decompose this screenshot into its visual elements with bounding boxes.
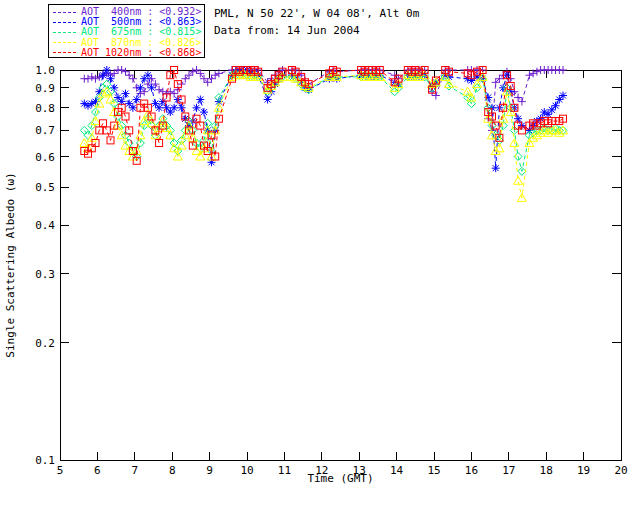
x-tick-label: 11 — [278, 464, 291, 477]
chart: 5678910111213141516171819200.10.20.30.40… — [0, 0, 640, 512]
y-tick-label: 0.9 — [35, 82, 55, 95]
date-title: Data from: 14 Jun 2004 — [214, 22, 419, 39]
x-tick-label: 6 — [94, 464, 101, 477]
x-tick-label: 18 — [540, 464, 553, 477]
y-tick-label: 1.0 — [35, 64, 55, 77]
plot-window: 5678910111213141516171819200.10.20.30.40… — [0, 0, 640, 512]
x-tick-label: 9 — [206, 464, 213, 477]
title-block: PML, N 50 22', W 04 08', Alt 0m Data fro… — [214, 5, 419, 39]
y-tick-label: 0.8 — [35, 102, 55, 115]
x-tick-label: 16 — [465, 464, 478, 477]
y-tick-label: 0.3 — [35, 268, 55, 281]
legend-dash-sample — [53, 52, 76, 53]
x-tick-label: 7 — [131, 464, 138, 477]
x-tick-label: 15 — [427, 464, 440, 477]
y-tick-label: 0.5 — [35, 181, 55, 194]
y-tick-label: 0.1 — [35, 454, 55, 467]
x-tick-label: 5 — [57, 464, 64, 477]
x-tick-label: 19 — [577, 464, 590, 477]
x-axis-label: Time (GMT) — [307, 472, 373, 485]
y-tick-label: 0.7 — [35, 124, 55, 137]
legend-box: AOT 400nm : <0.932>AOT 500nm : <0.863>AO… — [48, 4, 205, 58]
legend-dash-sample — [53, 42, 76, 43]
x-tick-label: 14 — [390, 464, 404, 477]
x-tick-label: 17 — [502, 464, 515, 477]
legend-dash-sample — [53, 32, 76, 33]
y-axis-label: Single Scattering Albedo (ω) — [4, 172, 17, 357]
legend-entry-label: AOT 1020nm : <0.868> — [81, 48, 201, 58]
x-tick-label: 10 — [240, 464, 253, 477]
y-tick-label: 0.6 — [35, 151, 55, 164]
station-title: PML, N 50 22', W 04 08', Alt 0m — [214, 5, 419, 22]
legend-entry-label: AOT 675nm : <0.815> — [81, 27, 201, 37]
plot-frame — [60, 70, 621, 460]
series-line-aot-870nm — [84, 73, 563, 197]
y-tick-label: 0.4 — [35, 219, 55, 232]
y-tick-label: 0.2 — [35, 337, 55, 350]
x-tick-label: 8 — [169, 464, 176, 477]
legend-dash-sample — [53, 12, 76, 13]
legend-entry: AOT 1020nm : <0.868> — [53, 48, 204, 58]
legend-dash-sample — [53, 22, 76, 23]
x-tick-label: 20 — [614, 464, 627, 477]
